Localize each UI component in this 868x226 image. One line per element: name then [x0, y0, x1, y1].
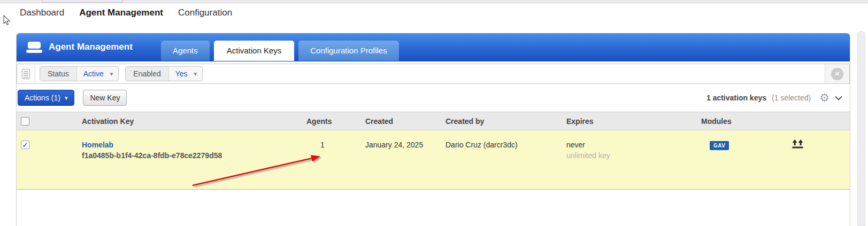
drive-icon — [26, 42, 42, 55]
expires-note: unlimited key — [566, 151, 697, 160]
expires-value: never — [566, 141, 697, 149]
column-modules[interactable]: Modules — [697, 117, 788, 126]
nav-item-configuration[interactable]: Configuration — [178, 7, 232, 18]
created-date: January 24, 2025 — [361, 130, 441, 189]
activation-keys-count: 1 activation keys — [706, 93, 766, 102]
caret-down-icon: ▾ — [65, 95, 68, 102]
document-icon — [22, 69, 30, 79]
filter-clear-cell: × — [825, 64, 849, 83]
filter-status-value[interactable]: Active — [77, 67, 109, 81]
tab-configuration-profiles[interactable]: Configuration Profiles — [298, 41, 398, 61]
column-created-by[interactable]: Created by — [441, 117, 562, 126]
list-summary: 1 activation keys (1 selected) ⚙ — [706, 92, 842, 103]
upload-arrows-icon[interactable] — [792, 139, 804, 151]
panel-title: Agent Management — [49, 42, 133, 52]
action-bar: Actions (1) ▾ New Key 1 activation keys … — [17, 84, 850, 112]
actions-button[interactable]: Actions (1) ▾ — [18, 90, 74, 106]
new-key-button[interactable]: New Key — [83, 90, 127, 106]
column-expires[interactable]: Expires — [562, 117, 697, 126]
agent-management-panel: Agent Management Agents Activation Keys … — [16, 33, 850, 226]
tab-agents[interactable]: Agents — [161, 41, 210, 61]
mouse-cursor — [3, 15, 11, 28]
column-agents[interactable]: Agents — [302, 117, 361, 126]
filter-chips: Status Active ▾ Enabled Yes ▾ — [40, 66, 203, 81]
tab-bar: Agents Activation Keys Configuration Pro… — [161, 41, 399, 61]
nav-item-dashboard[interactable]: Dashboard — [20, 7, 64, 18]
panel-header: Agent Management Agents Activation Keys … — [17, 33, 850, 61]
chevron-down-icon[interactable] — [835, 96, 842, 100]
caret-down-icon[interactable]: ▾ — [109, 67, 119, 81]
filter-enabled[interactable]: Enabled Yes ▾ — [125, 66, 203, 81]
caret-down-icon[interactable]: ▾ — [193, 67, 203, 81]
filter-enabled-value[interactable]: Yes — [169, 67, 193, 81]
tab-activation-keys[interactable]: Activation Keys — [214, 41, 295, 61]
table-row[interactable]: ✓ Homelab f1a0485b-b1f4-42ca-8fdb-e78ce2… — [17, 130, 850, 190]
created-by: Dario Cruz (darcr3dc) — [441, 130, 562, 189]
actions-button-label: Actions (1) — [25, 93, 60, 102]
filter-status-label: Status — [40, 67, 77, 81]
column-activation-key[interactable]: Activation Key — [78, 117, 302, 126]
table-header: Activation Key Agents Created Created by… — [17, 112, 850, 130]
column-created[interactable]: Created — [361, 117, 441, 126]
top-navigation: Dashboard Agent Management Configuration — [20, 7, 232, 18]
activation-key-name-link[interactable]: Homelab — [82, 141, 302, 149]
browser-edge-strip — [0, 0, 868, 3]
filter-status[interactable]: Status Active ▾ — [40, 66, 119, 81]
filter-bar: Status Active ▾ Enabled Yes ▾ × — [17, 64, 850, 84]
vertical-scrollbar[interactable] — [857, 31, 865, 226]
selected-count: (1 selected) — [772, 93, 811, 102]
activation-key-uuid: f1a0485b-b1f4-42ca-8fdb-e78ce2279d58 — [82, 151, 302, 160]
module-badge-gav: GAV — [710, 141, 729, 150]
gear-icon[interactable]: ⚙ — [819, 92, 829, 103]
agents-count: 1 — [306, 141, 325, 149]
filter-enabled-label: Enabled — [126, 67, 168, 81]
browser-edge-remnant — [42, 0, 123, 3]
nav-item-agent-management[interactable]: Agent Management — [79, 7, 163, 18]
select-all-checkbox[interactable] — [21, 117, 29, 126]
row-checkbox[interactable]: ✓ — [21, 141, 29, 149]
clear-filters-icon[interactable]: × — [831, 68, 843, 80]
filter-list-button[interactable] — [17, 64, 35, 83]
